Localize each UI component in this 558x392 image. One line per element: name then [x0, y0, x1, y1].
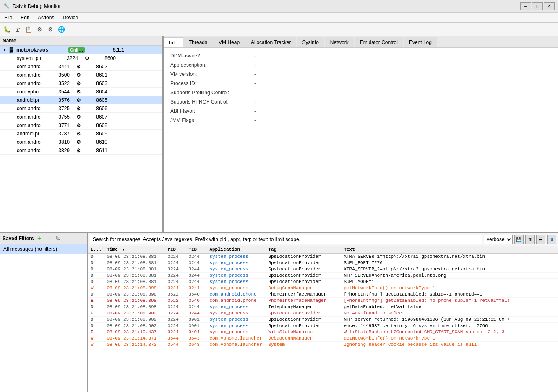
log-row: E 08-09 23:21:08.900 3224 3244 system_pr…: [88, 310, 558, 317]
cell-time: 08-09 23:21:10.437: [104, 329, 165, 335]
process-row[interactable]: com.andro 3441 ⚙ 8602: [0, 62, 162, 71]
edit-filter-button[interactable]: ✎: [54, 235, 62, 242]
process-row[interactable]: com.andro 3522 ⚙ 8603: [0, 79, 162, 88]
process-row-selected[interactable]: android.pr 3576 ⚙ 8605: [0, 96, 162, 104]
cell-pid: 3544: [165, 342, 186, 348]
proc-name-8: com.andro: [0, 114, 52, 120]
tab-sysinfo[interactable]: Sysinfo: [297, 37, 324, 47]
cell-tag: GpsLocationProvider: [266, 266, 341, 273]
maximize-button[interactable]: □: [532, 2, 543, 10]
device-panel-header: Name: [0, 36, 162, 46]
proc-debug-icon-2: ⚙: [71, 64, 86, 70]
cell-time: 08-09 23:21:08.898: [104, 285, 165, 291]
info-row-profiling: Supports Profiling Control: -: [167, 88, 555, 97]
tab-emulator-control[interactable]: Emulator Control: [355, 37, 403, 47]
tab-info[interactable]: Info: [164, 37, 183, 47]
cell-pid: 3224: [165, 304, 186, 310]
cell-level: D: [88, 304, 104, 310]
proc-port-1: 8600: [94, 55, 117, 61]
remove-filter-button[interactable]: −: [45, 235, 52, 242]
device-tree[interactable]: ▼ 📱 motorola-aos Online 5.1.1 system_prc…: [0, 46, 162, 232]
cell-app: com.vphone.launcher: [207, 342, 266, 348]
info-value-hprof: -: [251, 97, 555, 106]
cell-time: 08-09 23:21:08.881: [104, 260, 165, 266]
scroll-end-button[interactable]: ⬇: [547, 235, 556, 244]
cell-pid: 3224: [165, 329, 186, 335]
cell-tag: DebugConnManager: [266, 335, 341, 342]
info-value-jvm: -: [251, 116, 555, 125]
proc-port-10: 8609: [86, 131, 109, 137]
cell-time: 08-09 23:21:14.372: [104, 342, 165, 348]
filters-title: Saved Filters: [3, 236, 34, 241]
update-heap-button[interactable]: ⚙: [45, 24, 55, 34]
cell-time: 08-09 23:21:08.900: [104, 310, 165, 317]
log-table-container[interactable]: L... Time ▼ PID TID Application Tag Text…: [88, 246, 558, 392]
clear-log-button[interactable]: 🗑: [525, 235, 535, 244]
col-level: L...: [88, 246, 104, 253]
tab-bar: Info Threads VM Heap Allocation Tracker …: [164, 36, 558, 48]
debug-selected-process-button[interactable]: 🐛: [2, 24, 12, 34]
cell-pid: 3224: [165, 279, 186, 285]
save-log-button[interactable]: 💾: [514, 235, 524, 244]
proc-debug-icon-11: ⚙: [71, 139, 86, 145]
info-label-process-id: Process ID:: [167, 79, 251, 88]
explorer-button[interactable]: 🌐: [56, 24, 66, 34]
log-row: D 08-09 23:21:08.902 3224 3901 system_pr…: [88, 323, 558, 329]
menu-actions[interactable]: Actions: [34, 13, 58, 22]
toggle-log-button[interactable]: ☰: [536, 235, 545, 244]
process-row[interactable]: com.andro 3725 ⚙ 8606: [0, 104, 162, 113]
process-row[interactable]: com.andro 3810 ⚙ 8610: [0, 138, 162, 146]
tab-vm-heap[interactable]: VM Heap: [213, 37, 245, 47]
log-row: D 08-09 23:21:08.898 3224 3244 system_pr…: [88, 304, 558, 310]
tab-threads[interactable]: Threads: [183, 37, 213, 47]
search-input[interactable]: [90, 235, 482, 244]
device-expand-icon: ▼ 📱 motorola-aos: [0, 47, 65, 53]
cell-pid: 3224: [165, 273, 186, 279]
minimize-button[interactable]: ─: [520, 2, 531, 10]
proc-name-2: com.andro: [0, 64, 52, 70]
proc-pid-6: 3576: [52, 97, 71, 103]
add-filter-button[interactable]: +: [36, 235, 43, 242]
menu-file[interactable]: File: [0, 13, 16, 22]
device-status: Online: [65, 47, 86, 53]
update-threads-button[interactable]: ⚙: [34, 24, 44, 34]
menu-device[interactable]: Device: [58, 13, 82, 22]
close-button[interactable]: ✕: [544, 2, 555, 10]
process-row[interactable]: android.pr 3787 ⚙ 8609: [0, 130, 162, 138]
filter-all-messages[interactable]: All messages (no filters): [0, 244, 87, 254]
col-tid: TID: [186, 246, 207, 253]
cell-text: [PhoneIntfMgr] getDataEnabled: no phone …: [341, 298, 558, 304]
tab-event-log[interactable]: Event Log: [404, 37, 437, 47]
menu-edit[interactable]: Edit: [16, 13, 34, 22]
proc-name-5: com.vphor: [0, 89, 52, 95]
cell-tag: GpsLocationProvider: [266, 310, 341, 317]
tab-network[interactable]: Network: [325, 37, 354, 47]
cell-time: 08-09 23:21:08.881: [104, 253, 165, 260]
proc-port-4: 8603: [86, 80, 109, 86]
verbose-select[interactable]: verbose debug info warn error assert: [484, 235, 513, 244]
process-row[interactable]: system_prc 3224 ⚙ 8600: [0, 54, 162, 62]
cell-app: system_process: [207, 273, 266, 279]
process-row[interactable]: com.vphor 3544 ⚙ 8604: [0, 88, 162, 96]
stop-process-button[interactable]: 🗑: [13, 24, 23, 34]
process-row[interactable]: com.andro 3829 ⚙ 8611: [0, 146, 162, 155]
info-label-hprof: Supports HPROF Control:: [167, 97, 251, 106]
process-row[interactable]: com.andro 3500 ⚙ 8601: [0, 71, 162, 79]
info-value-vm-version: -: [251, 70, 555, 79]
proc-pid-3: 3500: [52, 72, 71, 78]
process-row[interactable]: com.andro 3755 ⚙ 8607: [0, 113, 162, 121]
capture-screen-button[interactable]: 📋: [23, 24, 34, 34]
cell-tid: 3244: [186, 304, 207, 310]
cell-app: system_process: [207, 266, 266, 273]
info-label-abi: ABI Flavor:: [167, 106, 251, 116]
cell-time: 08-09 23:21:08.902: [104, 317, 165, 323]
device-row[interactable]: ▼ 📱 motorola-aos Online 5.1.1: [0, 46, 162, 54]
cell-pid: 3224: [165, 253, 186, 260]
process-row[interactable]: com.andro 3771 ⚙ 8608: [0, 121, 162, 130]
proc-port-5: 8604: [86, 89, 109, 95]
proc-pid-12: 3829: [52, 148, 71, 153]
log-panel: verbose debug info warn error assert 💾 🗑…: [88, 233, 558, 392]
proc-debug-icon-8: ⚙: [71, 114, 86, 120]
log-row: D 08-09 23:21:08.881 3224 3244 system_pr…: [88, 260, 558, 266]
tab-allocation-tracker[interactable]: Allocation Tracker: [245, 37, 296, 47]
